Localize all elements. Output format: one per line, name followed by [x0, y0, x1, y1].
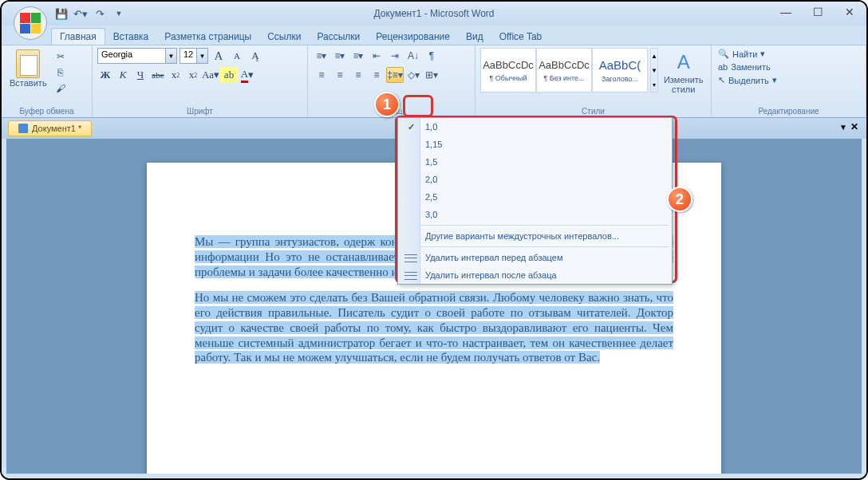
underline-button[interactable]: Ч: [132, 67, 148, 83]
tab-review[interactable]: Рецензирование: [368, 29, 458, 45]
cut-icon[interactable]: ✂: [53, 49, 69, 64]
group-editing-label: Редактирование: [716, 105, 861, 116]
document-tab[interactable]: Документ1 *: [8, 120, 92, 136]
multilevel-button[interactable]: ≡▾: [349, 48, 367, 64]
close-button[interactable]: ✕: [839, 5, 860, 19]
paragraph-2[interactable]: Но мы не сможем это сделать без Вашей об…: [195, 290, 673, 365]
tab-refs[interactable]: Ссылки: [259, 29, 309, 45]
superscript-button[interactable]: x2: [185, 67, 201, 83]
find-button[interactable]: 🔍Найти▾: [716, 48, 861, 60]
align-left-button[interactable]: ≡: [313, 67, 330, 83]
bullets-button[interactable]: ≡▾: [313, 48, 330, 64]
qat-redo-icon[interactable]: ↷: [91, 5, 108, 22]
spacing-15[interactable]: 1,5: [398, 153, 672, 171]
copy-icon[interactable]: ⎘: [53, 65, 69, 80]
indent-inc-button[interactable]: ⇥: [386, 48, 404, 64]
change-styles-icon: A: [671, 49, 696, 75]
styles-down-icon[interactable]: ▼: [651, 63, 657, 77]
justify-button[interactable]: ≡: [368, 67, 385, 83]
tab-officetab[interactable]: Office Tab: [491, 29, 550, 45]
tab-home[interactable]: Главная: [51, 28, 105, 45]
styles-up-icon[interactable]: ▲: [651, 49, 657, 63]
maximize-button[interactable]: ☐: [807, 5, 828, 19]
styles-more-icon[interactable]: ▾: [651, 77, 657, 92]
select-icon: ↖: [718, 75, 725, 85]
shrink-font-icon[interactable]: A: [229, 48, 245, 64]
window-title: Документ1 - Microsoft Word: [373, 8, 494, 19]
style-nospacing[interactable]: AaBbCcDc¶ Без инте...: [536, 48, 592, 92]
clear-format-icon[interactable]: Ą: [247, 48, 263, 64]
tab-mail[interactable]: Рассылки: [309, 29, 368, 45]
replace-icon: ab: [718, 62, 728, 72]
spacing-115[interactable]: 1,15: [398, 136, 672, 153]
doctab-close-icon[interactable]: ✕: [850, 121, 858, 132]
qat-undo-icon[interactable]: ↶▾: [72, 5, 89, 22]
remove-space-after[interactable]: Удалить интервал после абзаца: [398, 266, 672, 284]
spacing-25[interactable]: 2,5: [398, 188, 672, 206]
change-case-button[interactable]: Aa▾: [203, 67, 219, 83]
replace-button[interactable]: abЗаменить: [716, 61, 861, 73]
sort-button[interactable]: A↓: [404, 48, 422, 64]
spacing-10[interactable]: 1,0: [398, 118, 672, 136]
remove-space-before[interactable]: Удалить интервал перед абзацем: [398, 249, 672, 266]
qat-customize-icon[interactable]: ▼: [110, 5, 128, 22]
font-name-combo[interactable]: Georgia▼: [97, 48, 177, 64]
strike-button[interactable]: abe: [150, 67, 166, 83]
show-marks-button[interactable]: ¶: [423, 48, 440, 64]
office-button[interactable]: [14, 6, 47, 40]
group-font-label: Шрифт: [97, 105, 302, 116]
bold-button[interactable]: Ж: [97, 67, 113, 83]
qat-save-icon[interactable]: 💾: [53, 5, 70, 22]
callout-badge-1: 1: [374, 92, 400, 117]
tab-layout[interactable]: Разметка страницы: [156, 29, 259, 45]
align-center-button[interactable]: ≡: [331, 67, 349, 83]
highlight-button[interactable]: ab: [220, 67, 238, 83]
grow-font-icon[interactable]: A: [211, 48, 227, 64]
spacing-20[interactable]: 2,0: [398, 171, 672, 188]
spacing-other[interactable]: Другие варианты междустрочных интервалов…: [398, 227, 672, 245]
tab-view[interactable]: Вид: [458, 29, 491, 45]
indent-dec-button[interactable]: ⇤: [368, 48, 385, 64]
numbering-button[interactable]: ≡▾: [331, 48, 349, 64]
style-heading1[interactable]: AaBbC(Заголово...: [592, 48, 648, 92]
subscript-button[interactable]: x2: [168, 67, 183, 83]
align-right-button[interactable]: ≡: [349, 67, 367, 83]
paste-icon: [16, 49, 40, 78]
select-button[interactable]: ↖Выделить▾: [716, 74, 861, 86]
style-normal[interactable]: AaBbCcDc¶ Обычный: [480, 48, 536, 92]
minimize-button[interactable]: —: [775, 5, 796, 19]
group-clipboard-label: Буфер обмена: [6, 105, 87, 116]
line-spacing-dropdown: 1,0 1,15 1,5 2,0 2,5 3,0 Другие варианты…: [397, 117, 673, 285]
font-size-combo[interactable]: 12▼: [180, 48, 208, 64]
doctab-dropdown-icon[interactable]: ▼: [839, 123, 847, 132]
format-painter-icon[interactable]: 🖌: [53, 81, 69, 96]
font-color-button[interactable]: A▾: [239, 67, 255, 83]
italic-button[interactable]: К: [115, 67, 131, 83]
find-icon: 🔍: [718, 49, 729, 59]
word-doc-icon: [18, 124, 28, 133]
change-styles-button[interactable]: A Изменить стили: [661, 48, 707, 96]
tab-insert[interactable]: Вставка: [105, 29, 157, 45]
group-styles-label: Стили: [480, 105, 706, 116]
callout-badge-2: 2: [667, 187, 692, 212]
paste-button[interactable]: Вставить: [6, 48, 50, 89]
spacing-30[interactable]: 3,0: [398, 206, 672, 223]
line-spacing-button[interactable]: ‡≡▾: [386, 67, 404, 83]
shading-button[interactable]: ◇▾: [404, 67, 422, 83]
borders-button[interactable]: ⊞▾: [423, 67, 440, 83]
